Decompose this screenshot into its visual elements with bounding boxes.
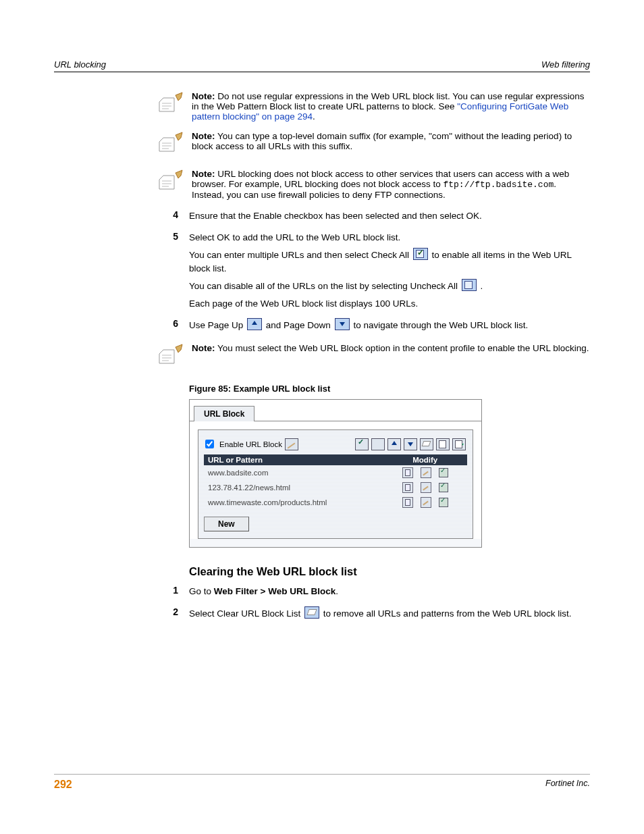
col-modify: Modify bbox=[383, 454, 467, 465]
note-text: Note: URL blocking does not block access… bbox=[192, 169, 569, 200]
code-ftp-url: ftp://ftp.badsite.com bbox=[443, 180, 554, 190]
apply-icon[interactable] bbox=[285, 438, 298, 450]
step-number: 2 bbox=[155, 606, 189, 617]
page-up-icon[interactable] bbox=[387, 438, 401, 450]
step-number: 1 bbox=[155, 585, 189, 596]
enable-url-block-checkbox[interactable] bbox=[205, 440, 214, 448]
figure-screenshot: URL Block Enable URL Block bbox=[189, 399, 482, 548]
note-text: Note: You must select the Web URL Block … bbox=[192, 343, 589, 353]
note-text: Note: Do not use regular expressions in … bbox=[192, 91, 585, 122]
tab-url-block[interactable]: URL Block bbox=[194, 406, 254, 421]
note-icon bbox=[155, 169, 185, 196]
enabled-checkbox[interactable] bbox=[439, 468, 448, 477]
note-3: Note: URL blocking does not block access… bbox=[155, 169, 590, 200]
page-footer: 292 Fortinet Inc. bbox=[54, 774, 590, 791]
page-number: 292 bbox=[54, 779, 72, 791]
note-text: Note: You can type a top-level domain su… bbox=[192, 131, 572, 151]
figure-caption: Figure 85: Example URL block list bbox=[189, 384, 590, 394]
enable-label: Enable URL Block bbox=[219, 440, 282, 448]
step-text: You can disable all of the URLs on the l… bbox=[189, 279, 590, 293]
delete-icon[interactable] bbox=[402, 482, 413, 493]
note-4: Note: You must select the Web URL Block … bbox=[155, 343, 590, 371]
url-cell: 123.78.41.22/news.html bbox=[204, 480, 383, 495]
uncheck-all-icon[interactable] bbox=[371, 438, 385, 450]
edit-icon[interactable] bbox=[421, 467, 431, 478]
page-down-icon[interactable] bbox=[404, 438, 417, 450]
download-icon[interactable] bbox=[452, 438, 466, 450]
new-button[interactable]: New bbox=[204, 517, 249, 531]
page-down-icon bbox=[335, 318, 350, 330]
upload-icon[interactable] bbox=[436, 438, 450, 450]
page-up-icon bbox=[247, 318, 262, 330]
step-number: 5 bbox=[155, 231, 189, 242]
note-icon bbox=[155, 91, 185, 118]
step-text: Use Page Up and Page Down to navigate th… bbox=[189, 318, 590, 332]
step-5: 5 Select OK to add the URL to the Web UR… bbox=[155, 231, 590, 315]
check-all-icon bbox=[413, 248, 428, 260]
url-cell: www.timewaste.com/products.html bbox=[204, 495, 383, 510]
url-table: URL or Pattern Modify www.badsite.com bbox=[204, 454, 467, 510]
step-number: 4 bbox=[155, 209, 189, 220]
heading-clearing: Clearing the Web URL block list bbox=[189, 565, 590, 578]
table-row: www.timewaste.com/products.html bbox=[204, 495, 467, 510]
note-2: Note: You can type a top-level domain su… bbox=[155, 131, 590, 159]
page-header: URL blocking Web filtering bbox=[54, 59, 590, 72]
clear-list-icon[interactable] bbox=[420, 438, 433, 450]
copyright: Fortinet Inc. bbox=[545, 779, 590, 791]
note-icon bbox=[155, 131, 185, 158]
note-1: Note: Do not use regular expressions in … bbox=[155, 91, 590, 122]
header-left: URL blocking bbox=[54, 59, 106, 70]
step-text: Each page of the Web URL block list disp… bbox=[189, 297, 590, 311]
step-6: 6 Use Page Up and Page Down to navigate … bbox=[155, 318, 590, 336]
uncheck-all-icon bbox=[462, 279, 477, 291]
step-number: 6 bbox=[155, 318, 189, 329]
step-4: 4 Ensure that the Enable checkbox has be… bbox=[155, 209, 590, 227]
step-text: Select OK to add the URL to the Web URL … bbox=[189, 231, 590, 244]
edit-icon[interactable] bbox=[421, 497, 431, 508]
step-text: Ensure that the Enable checkbox has been… bbox=[189, 209, 590, 223]
step-text: You can enter multiple URLs and then sel… bbox=[189, 248, 590, 275]
table-row: 123.78.41.22/news.html bbox=[204, 480, 467, 495]
enabled-checkbox[interactable] bbox=[439, 498, 448, 507]
step-text: Go to Web Filter > Web URL Block. bbox=[189, 585, 590, 598]
edit-icon[interactable] bbox=[421, 482, 431, 493]
url-cell: www.badsite.com bbox=[204, 465, 383, 480]
enabled-checkbox[interactable] bbox=[439, 483, 448, 492]
col-url: URL or Pattern bbox=[204, 454, 383, 465]
delete-icon[interactable] bbox=[402, 497, 413, 508]
header-right: Web filtering bbox=[541, 59, 590, 70]
step-text: Select Clear URL Block List to remove al… bbox=[189, 606, 590, 621]
delete-icon[interactable] bbox=[402, 467, 413, 478]
clear-list-icon bbox=[304, 606, 319, 619]
check-all-icon[interactable] bbox=[355, 438, 369, 450]
table-row: www.badsite.com bbox=[204, 465, 467, 480]
toolbar: Enable URL Block bbox=[204, 436, 467, 454]
clear-step-2: 2 Select Clear URL Block List to remove … bbox=[155, 606, 590, 625]
note-icon bbox=[155, 343, 185, 370]
clear-step-1: 1 Go to Web Filter > Web URL Block. bbox=[155, 585, 590, 602]
